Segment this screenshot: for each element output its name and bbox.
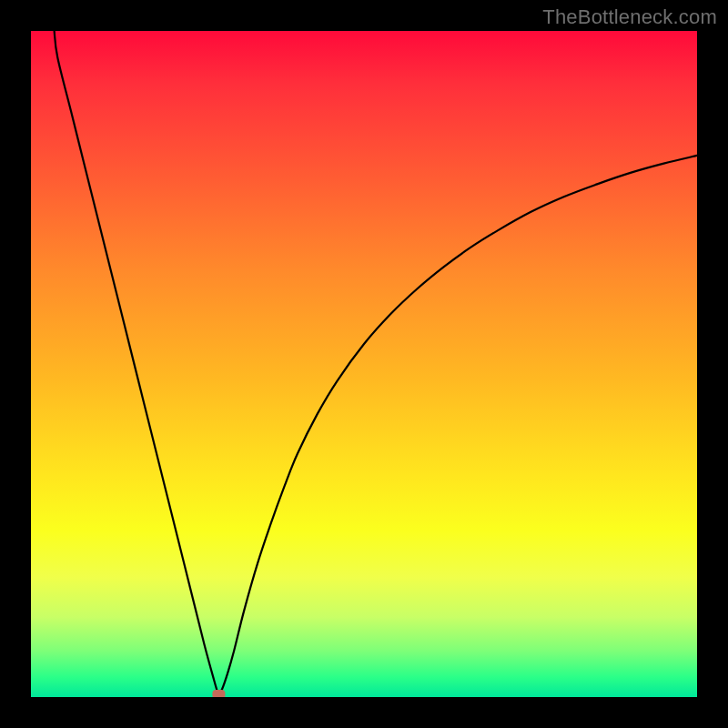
plot-area	[31, 31, 697, 697]
watermark-text: TheBottleneck.com	[542, 5, 717, 29]
curve-svg	[31, 31, 697, 697]
chart-frame: TheBottleneck.com	[0, 0, 728, 728]
minimum-marker	[212, 690, 225, 697]
curve-left-branch	[55, 31, 219, 694]
curve-right-branch	[218, 156, 697, 694]
